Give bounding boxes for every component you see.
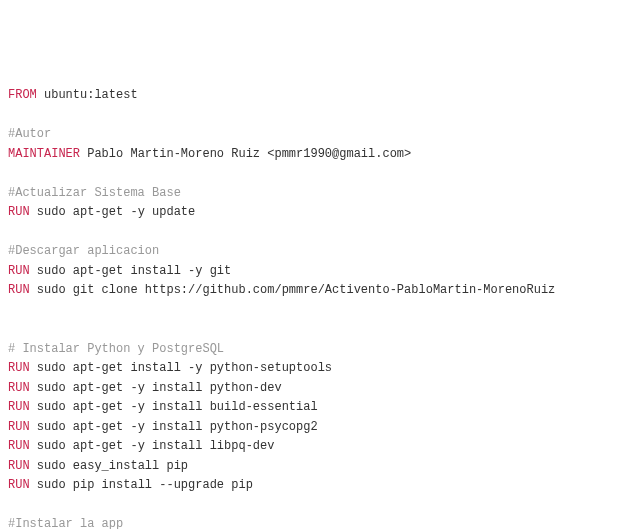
instruction-args: sudo pip install --upgrade pip bbox=[30, 478, 253, 492]
instruction-args: sudo apt-get -y install build-essential bbox=[30, 400, 318, 414]
comment-text: #Autor bbox=[8, 127, 51, 141]
dockerfile-keyword: RUN bbox=[8, 361, 30, 375]
dockerfile-code-block: FROM ubuntu:latest #AutorMAINTAINER Pabl… bbox=[8, 86, 622, 529]
instruction-args: sudo apt-get -y update bbox=[30, 205, 196, 219]
code-line bbox=[8, 301, 622, 321]
code-line: #Autor bbox=[8, 125, 622, 145]
comment-text: #Instalar la app bbox=[8, 517, 123, 529]
instruction-args: ubuntu:latest bbox=[37, 88, 138, 102]
comment-text: #Actualizar Sistema Base bbox=[8, 186, 181, 200]
code-line: RUN sudo pip install --upgrade pip bbox=[8, 476, 622, 496]
dockerfile-keyword: RUN bbox=[8, 283, 30, 297]
dockerfile-keyword: RUN bbox=[8, 420, 30, 434]
code-line: MAINTAINER Pablo Martin-Moreno Ruiz <pmm… bbox=[8, 145, 622, 165]
code-line bbox=[8, 164, 622, 184]
dockerfile-keyword: RUN bbox=[8, 381, 30, 395]
code-line bbox=[8, 320, 622, 340]
code-line bbox=[8, 496, 622, 516]
code-line: #Actualizar Sistema Base bbox=[8, 184, 622, 204]
dockerfile-keyword: RUN bbox=[8, 264, 30, 278]
code-line: RUN sudo apt-get -y update bbox=[8, 203, 622, 223]
code-line: FROM ubuntu:latest bbox=[8, 86, 622, 106]
instruction-args: sudo apt-get -y install python-dev bbox=[30, 381, 282, 395]
dockerfile-keyword: RUN bbox=[8, 439, 30, 453]
instruction-args: sudo git clone https://github.com/pmmre/… bbox=[30, 283, 556, 297]
instruction-args: sudo apt-get install -y python-setuptool… bbox=[30, 361, 332, 375]
code-line: RUN sudo apt-get -y install build-essent… bbox=[8, 398, 622, 418]
code-line: RUN sudo git clone https://github.com/pm… bbox=[8, 281, 622, 301]
dockerfile-keyword: RUN bbox=[8, 478, 30, 492]
code-line: RUN sudo easy_install pip bbox=[8, 457, 622, 477]
instruction-args: sudo apt-get -y install libpq-dev bbox=[30, 439, 275, 453]
instruction-args: Pablo Martin-Moreno Ruiz <pmmr1990@gmail… bbox=[80, 147, 411, 161]
dockerfile-keyword: RUN bbox=[8, 205, 30, 219]
comment-text: # Instalar Python y PostgreSQL bbox=[8, 342, 224, 356]
dockerfile-keyword: MAINTAINER bbox=[8, 147, 80, 161]
code-line bbox=[8, 106, 622, 126]
instruction-args: sudo easy_install pip bbox=[30, 459, 188, 473]
dockerfile-keyword: RUN bbox=[8, 400, 30, 414]
dockerfile-keyword: RUN bbox=[8, 459, 30, 473]
code-line: # Instalar Python y PostgreSQL bbox=[8, 340, 622, 360]
instruction-args: sudo apt-get -y install python-psycopg2 bbox=[30, 420, 318, 434]
code-line: RUN sudo apt-get -y install libpq-dev bbox=[8, 437, 622, 457]
instruction-args: sudo apt-get install -y git bbox=[30, 264, 232, 278]
code-line bbox=[8, 223, 622, 243]
code-line: #Instalar la app bbox=[8, 515, 622, 529]
code-line: RUN sudo apt-get -y install python-psyco… bbox=[8, 418, 622, 438]
code-line: RUN sudo apt-get -y install python-dev bbox=[8, 379, 622, 399]
dockerfile-keyword: FROM bbox=[8, 88, 37, 102]
code-line: RUN sudo apt-get install -y git bbox=[8, 262, 622, 282]
comment-text: #Descargar aplicacion bbox=[8, 244, 159, 258]
code-line: RUN sudo apt-get install -y python-setup… bbox=[8, 359, 622, 379]
code-line: #Descargar aplicacion bbox=[8, 242, 622, 262]
